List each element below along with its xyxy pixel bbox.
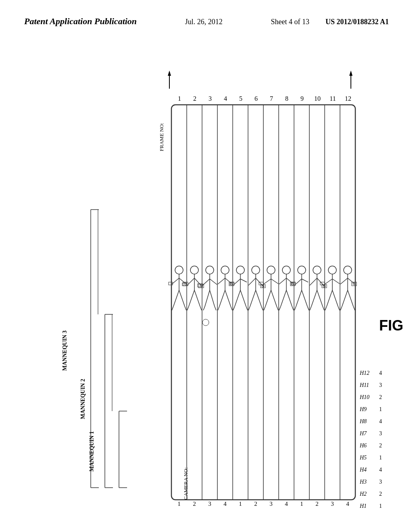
svg-text:4: 4 xyxy=(379,370,382,376)
svg-text:3: 3 xyxy=(208,501,211,507)
publication-date: Jul. 26, 2012 xyxy=(153,18,254,26)
svg-text:MANNEQUIN 2: MANNEQUIN 2 xyxy=(80,379,86,419)
svg-text:2: 2 xyxy=(315,501,319,507)
svg-text:1: 1 xyxy=(177,501,181,507)
svg-text:FIG. 4: FIG. 4 xyxy=(379,317,403,334)
svg-text:3: 3 xyxy=(209,95,212,102)
svg-text:2: 2 xyxy=(379,491,382,497)
svg-text:1: 1 xyxy=(300,501,303,507)
svg-text:8: 8 xyxy=(285,95,288,102)
svg-text:1: 1 xyxy=(178,95,181,102)
main-diagram: 1 2 3 4 5 6 7 8 9 10 11 12 FRAME NO: xyxy=(12,48,403,512)
svg-text:MANNEQUIN 3: MANNEQUIN 3 xyxy=(62,330,68,371)
svg-text:H7: H7 xyxy=(359,430,367,436)
svg-text:4: 4 xyxy=(223,501,227,507)
svg-text:H3: H3 xyxy=(359,479,367,485)
svg-text:4: 4 xyxy=(224,95,227,102)
svg-text:5: 5 xyxy=(239,95,242,102)
svg-text:3: 3 xyxy=(379,479,382,485)
svg-text:H1: H1 xyxy=(359,503,367,509)
svg-text:H2: H2 xyxy=(359,491,367,497)
svg-text:4: 4 xyxy=(379,418,382,424)
svg-text:7: 7 xyxy=(270,95,273,102)
svg-text:H11: H11 xyxy=(359,382,369,388)
svg-text:H9: H9 xyxy=(359,406,367,412)
svg-text:CAMERA NO:: CAMERA NO: xyxy=(183,468,189,500)
svg-text:H12: H12 xyxy=(359,370,369,376)
page-header: Patent Application Publication Jul. 26, … xyxy=(0,16,413,27)
svg-text:H10: H10 xyxy=(359,394,369,400)
svg-text:11: 11 xyxy=(330,95,336,102)
svg-text:6: 6 xyxy=(254,95,258,102)
svg-marker-1 xyxy=(168,71,171,76)
svg-text:3: 3 xyxy=(331,501,334,507)
svg-text:3: 3 xyxy=(379,430,382,436)
svg-text:MANNEQUIN 1: MANNEQUIN 1 xyxy=(89,431,95,472)
svg-marker-3 xyxy=(349,71,353,76)
svg-text:3: 3 xyxy=(379,382,382,388)
svg-text:2: 2 xyxy=(379,443,382,449)
svg-text:9: 9 xyxy=(300,95,304,102)
svg-text:H6: H6 xyxy=(359,443,367,449)
svg-text:12: 12 xyxy=(345,95,351,102)
svg-text:1: 1 xyxy=(239,501,242,507)
svg-text:FRAME NO:: FRAME NO: xyxy=(159,123,165,151)
svg-text:H4: H4 xyxy=(359,467,367,473)
patent-number: US 2012/0188232 A1 xyxy=(325,18,389,26)
svg-text:1: 1 xyxy=(379,503,382,509)
svg-text:4: 4 xyxy=(285,501,288,507)
svg-text:10: 10 xyxy=(314,95,321,102)
svg-text:2: 2 xyxy=(254,501,257,507)
svg-text:1: 1 xyxy=(379,406,382,412)
svg-text:3: 3 xyxy=(269,501,273,507)
svg-text:2: 2 xyxy=(193,95,196,102)
svg-text:4: 4 xyxy=(379,467,382,473)
svg-text:2: 2 xyxy=(193,501,196,507)
svg-text:2: 2 xyxy=(379,394,382,400)
publication-title: Patent Application Publication xyxy=(24,16,137,27)
svg-text:H5: H5 xyxy=(359,455,367,461)
svg-text:H8: H8 xyxy=(359,418,367,424)
svg-text:1: 1 xyxy=(379,455,382,461)
svg-text:4: 4 xyxy=(346,501,349,507)
sheet-info: Sheet 4 of 13 xyxy=(271,18,309,26)
